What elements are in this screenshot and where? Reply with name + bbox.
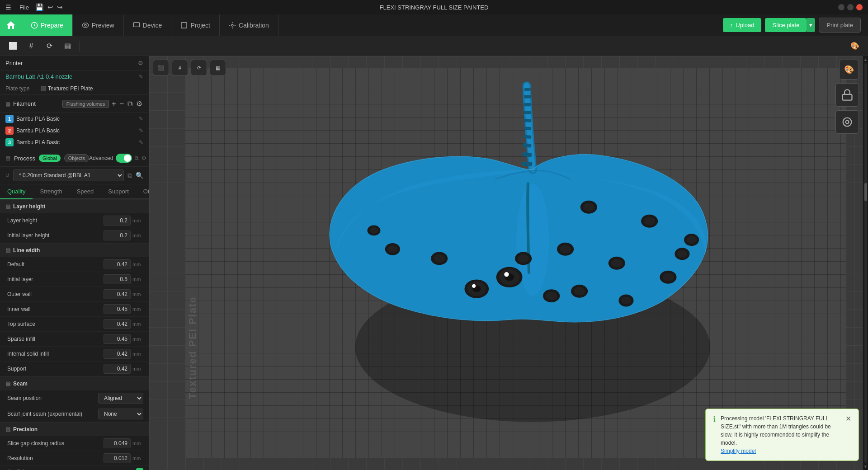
layout-btn[interactable]: ▦ bbox=[60, 38, 75, 54]
printer-edit-icon[interactable]: ✎ bbox=[139, 74, 143, 80]
printer-name[interactable]: Bambu Lab A1 0.4 nozzle bbox=[5, 73, 72, 80]
profile-select[interactable]: * 0.20mm Standard @BBL A1 bbox=[13, 169, 124, 181]
upload-button[interactable]: ↑ Upload bbox=[723, 18, 762, 32]
initial-layer-height-input[interactable] bbox=[104, 230, 131, 240]
tab-strength[interactable]: Strength bbox=[33, 184, 69, 199]
undo-icon[interactable]: ↩ bbox=[47, 3, 53, 11]
slice-gap-input[interactable] bbox=[104, 438, 131, 448]
lock-button[interactable] bbox=[835, 83, 859, 107]
process-section-title: Process bbox=[14, 155, 35, 162]
filament-1-edit-icon[interactable]: ✎ bbox=[139, 116, 143, 122]
close-button[interactable] bbox=[856, 4, 863, 10]
svg-point-47 bbox=[574, 287, 585, 296]
profile-copy-icon[interactable]: ⧉ bbox=[127, 172, 132, 179]
initial-layer-input[interactable] bbox=[104, 274, 131, 284]
inner-wall-input[interactable] bbox=[104, 304, 131, 314]
tab-preview[interactable]: Preview bbox=[73, 14, 124, 36]
top-surface-input[interactable] bbox=[104, 319, 131, 329]
maximize-button[interactable] bbox=[847, 4, 854, 10]
perspective-btn[interactable]: ⬛ bbox=[153, 60, 169, 76]
filament-remove-button[interactable]: − bbox=[119, 99, 125, 109]
menu-icon[interactable]: ☰ bbox=[5, 4, 11, 11]
scroll-up-btn[interactable]: ▲ bbox=[863, 57, 868, 62]
objects-tag[interactable]: Objects bbox=[64, 154, 89, 162]
filament-2-edit-icon[interactable]: ✎ bbox=[139, 127, 143, 134]
slice-dropdown[interactable]: ▾ bbox=[807, 18, 815, 32]
precision-group[interactable]: ▤ Precision bbox=[0, 422, 149, 436]
layer-height-group[interactable]: ▤ Layer height bbox=[0, 199, 149, 213]
initial-layer-height-label: Initial layer height bbox=[7, 232, 104, 239]
grid-view-btn[interactable]: # bbox=[172, 60, 188, 76]
arc-fitting-checkbox[interactable]: ✓ bbox=[136, 468, 143, 470]
file-menu[interactable]: File bbox=[17, 3, 32, 12]
svg-point-33 bbox=[560, 245, 571, 254]
simplify-model-link[interactable]: Simplify model bbox=[721, 448, 756, 454]
tab-project[interactable]: Project bbox=[171, 14, 220, 36]
settings-orient-button[interactable] bbox=[835, 110, 859, 134]
svg-rect-12 bbox=[523, 143, 531, 148]
save-icon[interactable]: 💾 bbox=[35, 3, 44, 11]
outer-wall-input[interactable] bbox=[104, 289, 131, 299]
redo-icon[interactable]: ↪ bbox=[57, 3, 63, 11]
filament-3-edit-icon[interactable]: ✎ bbox=[139, 139, 143, 146]
tab-speed[interactable]: Speed bbox=[70, 184, 101, 199]
svg-point-56 bbox=[846, 121, 849, 124]
paint-tool-btn[interactable]: 🎨 bbox=[839, 60, 859, 80]
printer-settings-icon[interactable]: ⚙ bbox=[138, 60, 143, 66]
internal-solid-infill-input[interactable] bbox=[104, 349, 131, 359]
sparse-infill-input[interactable] bbox=[104, 334, 131, 344]
rotate-btn[interactable]: ⟳ bbox=[42, 38, 57, 54]
support-row: Support mm bbox=[0, 362, 149, 376]
cube-view-btn[interactable]: ⬜ bbox=[5, 38, 21, 54]
tab-device[interactable]: Device bbox=[124, 14, 172, 36]
seam-position-select[interactable]: Aligned bbox=[98, 393, 143, 404]
filament-3-name[interactable]: Bambu PLA Basic bbox=[16, 139, 136, 146]
viewport-scrollbar[interactable]: ▲ ▼ bbox=[863, 56, 868, 470]
advanced-toggle[interactable] bbox=[116, 154, 132, 163]
viewport[interactable]: Textured PEI Plate HOT SURFACE 95/PETG bbox=[149, 56, 868, 470]
home-button[interactable] bbox=[0, 14, 22, 36]
support-input[interactable] bbox=[104, 364, 131, 374]
grid-btn[interactable]: # bbox=[24, 38, 39, 54]
paint-btn[interactable]: 🎨 bbox=[847, 38, 863, 54]
top-surface-label: Top surface bbox=[7, 321, 104, 327]
rotate-view-btn[interactable]: ⟳ bbox=[191, 60, 207, 76]
seam-group[interactable]: ▤ Seam bbox=[0, 376, 149, 390]
tab-others[interactable]: Others bbox=[136, 184, 149, 199]
tab-quality[interactable]: Quality bbox=[0, 184, 33, 199]
tab-calibration[interactable]: Calibration bbox=[220, 14, 278, 36]
arc-fitting-row: Arc fitting ✓ bbox=[0, 466, 149, 470]
resolution-input[interactable] bbox=[104, 453, 131, 463]
profile-search-icon[interactable]: 🔍 bbox=[136, 172, 143, 179]
slice-gap-row: Slice gap closing radius mm bbox=[0, 436, 149, 451]
filament-add-button[interactable]: + bbox=[111, 99, 117, 109]
tab-support[interactable]: Support bbox=[101, 184, 136, 199]
resolution-label: Resolution bbox=[7, 455, 104, 461]
scroll-track bbox=[864, 63, 867, 463]
process-copy-icon[interactable]: ⧉ bbox=[135, 155, 139, 161]
plate-type-value[interactable]: Textured PEI Plate bbox=[41, 85, 93, 92]
filament-settings-button[interactable]: ⚙ bbox=[135, 99, 143, 109]
scarf-joint-select[interactable]: None bbox=[98, 409, 143, 419]
layer-height-row: Layer height mm bbox=[0, 213, 149, 228]
scroll-down-btn[interactable]: ▼ bbox=[863, 464, 868, 469]
process-settings-icon[interactable]: ⚙ bbox=[142, 155, 146, 161]
slice-button[interactable]: Slice plate bbox=[765, 18, 807, 32]
global-tag[interactable]: Global bbox=[39, 155, 61, 162]
outer-wall-value-group: mm bbox=[104, 289, 143, 299]
filament-1-name[interactable]: Bambu PLA Basic bbox=[16, 116, 136, 122]
inner-wall-unit: mm bbox=[132, 306, 143, 312]
minimize-button[interactable] bbox=[838, 4, 844, 10]
internal-solid-infill-label: Internal solid infill bbox=[7, 351, 104, 357]
default-input[interactable] bbox=[104, 259, 131, 269]
line-width-group[interactable]: ▤ Line width bbox=[0, 243, 149, 257]
toast-close-button[interactable]: ✕ bbox=[845, 414, 851, 423]
print-button[interactable]: Print plate bbox=[819, 18, 861, 33]
filament-2-name[interactable]: Bambu PLA Basic bbox=[16, 127, 136, 134]
tab-prepare[interactable]: Prepare bbox=[22, 14, 73, 36]
filament-copy-button[interactable]: ⧉ bbox=[127, 99, 133, 109]
layer-height-input[interactable] bbox=[104, 216, 131, 226]
toolbar-extra-1[interactable] bbox=[85, 38, 121, 54]
split-view-btn[interactable]: ▦ bbox=[210, 60, 226, 76]
flushing-volumes-button[interactable]: Flushing volumes bbox=[62, 100, 109, 108]
